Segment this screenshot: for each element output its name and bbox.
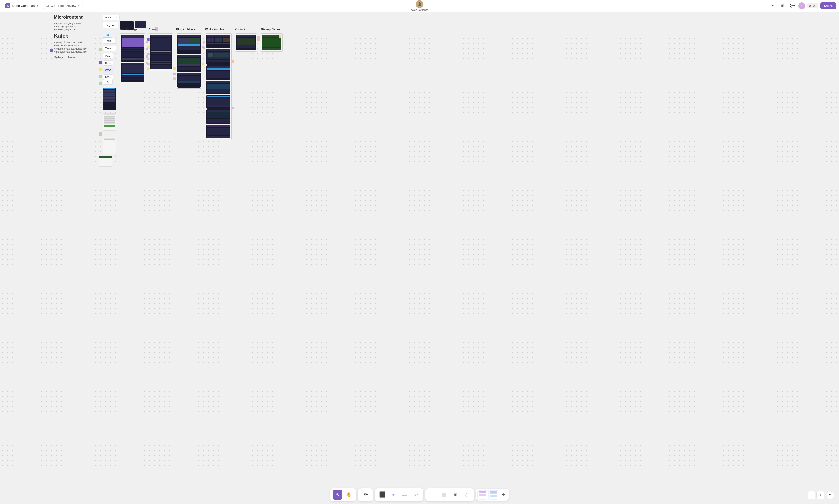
workspace-icon: K	[5, 3, 10, 8]
zoom-out-button[interactable]: −	[808, 491, 816, 499]
grid-icon: ⊞	[781, 3, 784, 8]
cursor-tool-button[interactable]: ↖	[333, 490, 343, 500]
doc-button[interactable]: 🗂 🗂 Portfolio review ▼	[43, 3, 83, 9]
frame-sitemap: Sitemap / Index	[261, 33, 283, 52]
link-photos: photos.google.com	[54, 28, 84, 31]
frame-tool-button[interactable]: ⬜	[439, 490, 449, 500]
about-sticky-3	[146, 55, 148, 58]
circle-tool-button[interactable]: ●	[389, 490, 398, 500]
topbar: K Kaleb Cardenas ▼ 🗂 🗂 Portfolio review …	[0, 0, 839, 12]
frame-tool-icon: ⬜	[441, 492, 447, 497]
drawing-tools: ✏	[358, 488, 373, 501]
url-text: URL	[105, 34, 110, 37]
legend-text: Legend	[106, 24, 115, 27]
ac-card[interactable]: Ac...	[103, 53, 113, 58]
pen-icon: ✏	[364, 492, 368, 498]
add-template-button[interactable]: +	[500, 491, 507, 499]
about-sticky-4	[146, 61, 148, 64]
works-sticky-4	[232, 107, 234, 109]
arrow-tool-button[interactable]: ↩	[411, 490, 421, 500]
white-page-thumb-2	[103, 137, 116, 154]
green-square2	[99, 75, 102, 78]
purple-square	[99, 61, 102, 64]
user-avatar[interactable]: K	[798, 2, 805, 9]
templates-button[interactable]	[477, 490, 498, 500]
hand-icon: ✋	[346, 492, 352, 498]
stamp-icon: ⬡	[465, 492, 468, 497]
cursor-icon: ↖	[336, 492, 339, 498]
area-chevron-icon: ▼	[115, 16, 117, 19]
so-card[interactable]: So...	[103, 60, 113, 66]
canvas[interactable]: Area ... ▼ Legend URL Tech... Tests... A…	[0, 12, 839, 489]
sticky-shape-tools: ⬛ ● ▬ ↩	[375, 488, 423, 501]
plus-icon: +	[819, 493, 821, 498]
chat-icon: 💬	[790, 3, 795, 8]
white-page-thumb	[103, 113, 116, 131]
frame-works: Works Archive ...	[205, 33, 232, 140]
text-tool-button[interactable]: T	[428, 490, 438, 500]
topbar-center: 👤 Kaleb Cardenas	[411, 0, 428, 11]
table-tool-button[interactable]: ⊞	[450, 490, 460, 500]
works-sticky-3	[232, 60, 234, 63]
tool-medium: Medium	[54, 56, 63, 59]
zoom-in-button[interactable]: +	[817, 491, 824, 499]
workspace-button[interactable]: K Kaleb Cardenas ▼	[3, 2, 41, 9]
about-sticky-yellow	[173, 67, 176, 70]
works-sticky-1	[203, 41, 205, 43]
yellow-square	[99, 68, 102, 71]
area-label[interactable]: Area ... ▼	[103, 15, 120, 20]
kaleb-section: Kaleb www.kalebcardenas.mx/ blog.kalebca…	[54, 33, 87, 59]
ai-button[interactable]: ✦	[769, 2, 777, 10]
frame-contact: Contact	[235, 33, 257, 52]
frame-blog: Blog Archive + ...	[176, 33, 202, 89]
url-badge: URL	[103, 33, 112, 37]
about-sticky-1	[146, 41, 148, 43]
tests-card[interactable]: Tests...	[103, 46, 116, 51]
shape-icon: ▬	[402, 491, 407, 498]
workspace-label: Kaleb Cardenas	[12, 4, 35, 7]
kaleb-links: www.kalebcardenas.mx/ blog.kalebcardenas…	[54, 41, 87, 53]
green-square	[99, 48, 102, 52]
grid-button[interactable]: ⊞	[779, 2, 787, 10]
kaleb-link-2: blog.kalebcardenas.mx/	[54, 44, 87, 47]
area-text: Area ...	[105, 16, 114, 19]
zoom-controls: − + ?	[808, 491, 834, 499]
sticky-icon: ⬛	[379, 491, 386, 498]
frame-label-sitemap: Sitemap / Index	[261, 28, 280, 31]
chat-button[interactable]: 💬	[788, 2, 796, 10]
center-user-name: Kaleb Cardenas	[411, 8, 428, 11]
doc-icon: 🗂	[46, 4, 49, 7]
green-square3	[99, 82, 102, 85]
pen-tool-button[interactable]: ✏	[361, 490, 370, 500]
contact-sticky-1	[257, 36, 260, 41]
cursor-tool-group: ↖ ✋	[330, 488, 356, 501]
topbar-left: K Kaleb Cardenas ▼ 🗂 🗂 Portfolio review …	[3, 2, 409, 9]
kaleb-link-4: uxdesign.kalebcardenas.mx/	[54, 51, 87, 53]
time-badge: 03:00	[807, 3, 818, 8]
green-sq-bottom	[99, 132, 102, 136]
te-card[interactable]: Te...	[103, 79, 112, 85]
blog-sticky-2	[202, 63, 204, 65]
tech-card[interactable]: Tech...	[103, 38, 115, 43]
help-icon: ?	[829, 493, 832, 497]
purple-small-square	[50, 49, 53, 52]
arrow-icon: ↩	[414, 492, 418, 498]
legend-box: Legend	[103, 22, 119, 29]
text-icon: T	[432, 492, 434, 497]
hand-tool-button[interactable]: ✋	[344, 490, 354, 500]
table-icon: ⊞	[454, 492, 457, 497]
stamp-tool-button[interactable]: ⬡	[462, 490, 472, 500]
str-card[interactable]: Str...	[103, 74, 113, 80]
center-avatar: 👤	[416, 0, 423, 8]
frame-label-works: Works Archive ...	[205, 28, 227, 31]
frame-label-landing: Landing page	[120, 28, 137, 31]
shape-tool-button[interactable]: ▬	[400, 490, 410, 500]
topbar-right: ✦ ⊞ 💬 K 03:00 Share	[430, 2, 836, 10]
sticky-tool-button[interactable]: ⬛	[377, 490, 387, 500]
about-sticky-2	[146, 48, 148, 51]
tool-framer: Framer	[68, 56, 75, 59]
help-button[interactable]: ?	[826, 491, 834, 499]
w3c-card[interactable]: W3C	[103, 68, 113, 73]
share-button[interactable]: Share	[820, 2, 836, 9]
microfrontend-links: myaccount.google.com maps.google.com pho…	[54, 22, 84, 31]
